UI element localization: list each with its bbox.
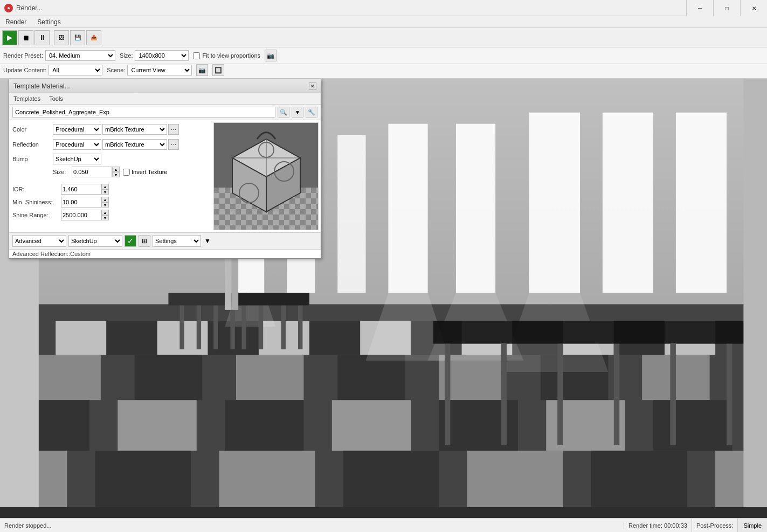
svg-rect-61 <box>259 299 263 349</box>
svg-rect-24 <box>118 400 196 451</box>
fit-checkbox[interactable] <box>193 52 200 59</box>
bump-size-spinner: ▲ ▼ <box>112 167 120 177</box>
render-export-button[interactable]: 📤 <box>86 30 101 45</box>
svg-rect-29 <box>653 400 732 451</box>
main-area: Template Material... ✕ Templates Tools 🔍… <box>0 79 767 507</box>
size-select[interactable]: 1400x800 <box>135 50 189 61</box>
svg-rect-17 <box>135 355 203 400</box>
svg-rect-64 <box>236 293 309 306</box>
color-row: Color Procedural mBrick Texture ⋯ <box>12 123 208 135</box>
svg-rect-65 <box>433 321 767 344</box>
settings-dropdown-icon: ▼ <box>204 237 211 245</box>
menu-item-render[interactable]: Render <box>0 16 32 27</box>
svg-rect-48 <box>529 113 580 293</box>
svg-rect-46 <box>388 124 427 293</box>
shine-range-spinner: ▲ ▼ <box>101 210 109 220</box>
ior-up[interactable]: ▲ <box>101 184 109 189</box>
panel-title-text: Template Material... <box>13 82 309 90</box>
svg-rect-70 <box>670 344 675 445</box>
render-save-button[interactable]: 💾 <box>70 30 85 45</box>
material-bottom-bar: Advanced Basic Expert SketchUp ✓ ⊞ Setti… <box>9 232 321 249</box>
svg-rect-71 <box>727 344 732 445</box>
svg-rect-3 <box>56 321 106 355</box>
svg-rect-60 <box>241 299 246 349</box>
material-tool-button[interactable]: 🔧 <box>306 107 317 118</box>
bump-size-down[interactable]: ▼ <box>112 172 120 177</box>
panel-menu-tools[interactable]: Tools <box>45 94 67 103</box>
scene-select[interactable]: Current View <box>127 65 192 75</box>
close-btn[interactable]: ✕ <box>740 0 767 16</box>
bump-size-up[interactable]: ▲ <box>112 167 120 172</box>
title-bar: ● Render... ─ □ ✕ <box>0 0 767 16</box>
material-name-input[interactable] <box>12 107 275 118</box>
min-shininess-up[interactable]: ▲ <box>101 197 109 202</box>
min-shininess-row: Min. Shininess: ▲ ▼ <box>12 197 208 208</box>
shine-range-up[interactable]: ▲ <box>101 210 109 215</box>
preset-group: Render Preset: 04. Medium <box>3 50 115 61</box>
shine-range-down[interactable]: ▼ <box>101 215 109 220</box>
maximize-btn[interactable]: □ <box>713 0 740 16</box>
panel-menu-bar: Templates Tools <box>9 93 321 105</box>
settings-select[interactable]: Settings Advanced Settings <box>153 235 201 247</box>
ior-spinner: ▲ ▼ <box>101 184 109 195</box>
svg-rect-26 <box>332 400 411 451</box>
svg-rect-67 <box>501 344 507 445</box>
material-status-bar: Advanced Reflection::Custom <box>9 249 321 258</box>
min-shininess-spinner: ▲ ▼ <box>101 197 109 208</box>
copy-button[interactable]: ⊞ <box>139 235 150 247</box>
render-play-button[interactable]: ▶ <box>2 30 17 45</box>
reflection-row: Reflection Procedural mBrick Texture ⋯ <box>12 139 208 150</box>
svg-rect-10 <box>106 321 157 355</box>
svg-rect-62 <box>281 299 286 349</box>
svg-rect-45 <box>337 135 365 293</box>
panel-menu-templates[interactable]: Templates <box>9 94 45 103</box>
svg-rect-32 <box>219 451 315 507</box>
shine-range-input[interactable] <box>61 210 101 220</box>
minimize-btn[interactable]: ─ <box>686 0 713 16</box>
material-panel: Template Material... ✕ Templates Tools 🔍… <box>9 79 321 259</box>
render-status-text: Render stopped... <box>0 522 624 529</box>
simple-button[interactable]: Simple <box>737 519 767 533</box>
reflection-browse-button[interactable]: ⋯ <box>168 139 179 150</box>
apply-button[interactable]: ✓ <box>125 235 136 247</box>
material-search-button[interactable]: 🔍 <box>278 107 289 118</box>
svg-rect-72 <box>743 79 767 507</box>
bump-size-input[interactable] <box>72 167 112 177</box>
color-type2-select[interactable]: mBrick Texture <box>102 124 167 135</box>
bottom-mode-select[interactable]: Advanced Basic Expert <box>12 235 66 247</box>
render-pause-button[interactable]: ⏸ <box>34 30 50 45</box>
fit-label: Fit to view proportions <box>202 52 260 59</box>
status-bar: Render stopped... Render time: 00:00:33 … <box>0 518 767 532</box>
camera-icon-button[interactable]: 📷 <box>196 64 208 76</box>
svg-rect-66 <box>445 344 450 445</box>
color-type1-select[interactable]: Procedural <box>53 124 101 135</box>
window-title: Render... <box>16 4 763 12</box>
bump-type-select[interactable]: SketchUp <box>53 154 101 164</box>
svg-rect-33 <box>343 451 439 507</box>
fit-icon-button[interactable]: 📷 <box>265 50 277 61</box>
bottom-engine-select[interactable]: SketchUp <box>68 235 122 247</box>
update-select[interactable]: All <box>49 65 102 75</box>
material-dropdown-button[interactable]: ▼ <box>292 107 303 118</box>
render-image-button[interactable]: 🖼 <box>54 30 69 45</box>
reflection-type1-select[interactable]: Procedural <box>53 139 101 150</box>
panel-close-button[interactable]: ✕ <box>309 82 316 90</box>
color-browse-button[interactable]: ⋯ <box>168 124 179 135</box>
min-shininess-input[interactable] <box>61 197 101 208</box>
invert-texture-checkbox[interactable] <box>123 169 130 176</box>
color-label: Color <box>12 126 53 133</box>
post-process-label: Post-Process: <box>692 522 737 529</box>
reflection-type2-select[interactable]: mBrick Texture <box>102 139 167 150</box>
panel-title-bar: Template Material... ✕ <box>9 79 321 93</box>
preset-select[interactable]: 04. Medium <box>45 50 115 61</box>
svg-rect-18 <box>236 355 304 400</box>
svg-rect-35 <box>591 451 687 507</box>
menu-item-settings[interactable]: Settings <box>32 16 66 27</box>
ior-input[interactable] <box>61 184 101 195</box>
ior-down[interactable]: ▼ <box>101 189 109 195</box>
view-icon-button[interactable]: 🔲 <box>212 64 224 76</box>
render-stop-button[interactable]: ◼ <box>18 30 33 45</box>
min-shininess-down[interactable]: ▼ <box>101 202 109 208</box>
bump-size-label: Size: <box>53 169 72 175</box>
svg-rect-31 <box>95 451 191 507</box>
